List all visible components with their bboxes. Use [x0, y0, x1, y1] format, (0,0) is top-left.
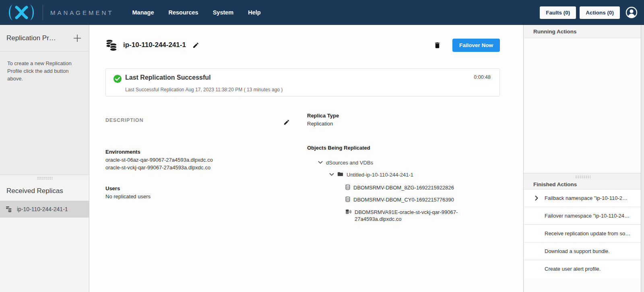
- status-subtitle: Last Successful Replication Aug 17, 2023…: [125, 87, 283, 93]
- finished-action-row[interactable]: Create user alert profile.: [524, 260, 642, 278]
- users-block: Users No replicated users: [105, 185, 291, 201]
- tree-leaf-label: DBOMSRMV-DBOM_8ZG-1692215922826: [353, 184, 454, 191]
- tree-leaf-label: DBOMSRMV-DBOM_CY0-1692215776390: [353, 196, 454, 204]
- description-header: DESCRIPTION: [105, 117, 291, 127]
- actions-button[interactable]: Actions (0): [580, 6, 620, 19]
- finished-action-label: Create user alert profile.: [545, 266, 601, 272]
- replication-status-card: Last Replication Successful Last Success…: [105, 68, 500, 97]
- environment-item: oracle-st-vckj-qar-99067-27a4593a.dlpxdc…: [105, 164, 291, 172]
- actions-sidebar: Running Actions Finished Actions Failbac…: [523, 25, 642, 292]
- plus-icon: [73, 34, 82, 43]
- replication-profiles-sidebar: Replication Pr… To create a new Replicat…: [0, 25, 89, 292]
- replica-database-icon: [5, 206, 12, 213]
- replica-title-row: ip-10-110-244-241-1 Failover Now: [105, 38, 500, 52]
- page-scrollbar[interactable]: [641, 25, 644, 292]
- objects-replicated-block: Objects Being Replicated dSources and VD…: [307, 145, 472, 223]
- finished-action-row[interactable]: Download a support bundle.: [524, 243, 642, 260]
- navbar-divider: [43, 5, 43, 20]
- user-avatar-icon[interactable]: [625, 6, 638, 19]
- delphix-logo[interactable]: [0, 4, 37, 21]
- received-replicas-section: Received Replicas ip-10-110-244-241-1: [0, 180, 89, 292]
- environment-item: oracle-st-06az-qar-99067-27a4593a.dlpxdc…: [105, 156, 291, 164]
- finished-action-label: Failover namespace "ip-10-110-24…: [545, 213, 630, 219]
- finished-action-label: Failback namespace "ip-10-110-2…: [545, 195, 627, 201]
- environments-block: Environments oracle-st-06az-qar-99067-27…: [105, 149, 291, 172]
- menu-item-manage[interactable]: Manage: [132, 9, 154, 16]
- faults-button[interactable]: Faults (0): [540, 6, 576, 19]
- folder-icon: [337, 172, 343, 177]
- drag-dots-icon: [37, 177, 52, 179]
- objects-tree: dSources and VDBs Untitled-ip-10-110-244…: [307, 160, 472, 223]
- users-value: No replicated users: [105, 193, 291, 201]
- finished-action-label: Receive replication update from so…: [545, 230, 630, 236]
- tree-node-group[interactable]: Untitled-ip-10-110-244-241-1: [307, 172, 472, 178]
- replication-profiles-title: Replication Pr…: [6, 34, 56, 42]
- app-title: MANAGEMENT: [50, 9, 114, 16]
- edit-description-button[interactable]: [282, 117, 291, 127]
- description-label: DESCRIPTION: [105, 117, 143, 123]
- actions-resize-handle[interactable]: [524, 173, 642, 180]
- replica-detail-panel: ip-10-110-244-241-1 Failover Now Last Re…: [89, 25, 523, 292]
- pencil-icon: [283, 119, 290, 125]
- chevron-down-icon: [318, 161, 323, 164]
- trash-icon: [433, 41, 441, 49]
- delete-replica-button[interactable]: [432, 39, 443, 51]
- stacked-databases-icon: [105, 39, 118, 51]
- chevron-right-icon[interactable]: [535, 195, 545, 201]
- database-broadcast-icon: [345, 209, 351, 215]
- received-replica-item[interactable]: ip-10-110-244-241-1: [0, 201, 89, 218]
- received-replica-label: ip-10-110-244-241-1: [17, 206, 68, 212]
- replica-info-column: Replica Type Replication Objects Being R…: [307, 113, 472, 228]
- environments-label: Environments: [105, 149, 291, 155]
- finished-actions-header: Finished Actions: [524, 180, 642, 189]
- finished-action-row[interactable]: Receive replication update from so…: [524, 225, 642, 243]
- top-navbar: MANAGEMENT Manage Resources System Help …: [0, 0, 644, 25]
- replica-title: ip-10-110-244-241-1: [123, 41, 186, 49]
- database-icon: [345, 196, 350, 202]
- objects-replicated-label: Objects Being Replicated: [307, 145, 472, 151]
- tree-leaf-database: DBOMSRMV-DBOM_8ZG-1692215922826: [307, 184, 472, 191]
- replication-profiles-header: Replication Pr…: [0, 25, 89, 51]
- status-duration: 0:00:48: [474, 74, 491, 80]
- finished-action-row[interactable]: Failback namespace "ip-10-110-2…: [524, 189, 642, 207]
- success-check-icon: [113, 74, 122, 83]
- failover-now-button[interactable]: Failover Now: [452, 39, 500, 52]
- sidebar-resize-handle[interactable]: [0, 175, 89, 181]
- replica-type-label: Replica Type: [307, 113, 472, 119]
- users-label: Users: [105, 185, 291, 191]
- menu-item-help[interactable]: Help: [248, 9, 260, 16]
- menu-item-resources[interactable]: Resources: [169, 9, 198, 16]
- tree-node-label: Untitled-ip-10-110-244-241-1: [347, 172, 413, 178]
- add-profile-help-text: To create a new Replication Profile clic…: [0, 51, 89, 91]
- replica-type-value: Replication: [307, 120, 472, 128]
- drag-dots-icon: [575, 175, 590, 178]
- pencil-icon: [192, 42, 199, 49]
- received-replicas-title: Received Replicas: [0, 180, 89, 201]
- tree-node-label: dSources and VDBs: [326, 160, 373, 166]
- delphix-logo-icon: [6, 4, 37, 21]
- finished-action-row[interactable]: Failover namespace "ip-10-110-24…: [524, 207, 642, 225]
- menu-item-system[interactable]: System: [213, 9, 234, 16]
- description-column: DESCRIPTION Environments oracle-st-06az-…: [105, 117, 291, 201]
- status-title: Last Replication Successful: [125, 74, 211, 81]
- tree-leaf-label: DBOMSRMVA91E-oracle-st-vckj-qar-99067-27…: [355, 209, 462, 223]
- tree-leaf-database-broadcast: DBOMSRMVA91E-oracle-st-vckj-qar-99067-27…: [307, 209, 472, 223]
- replica-type-block: Replica Type Replication: [307, 113, 472, 128]
- add-profile-button[interactable]: [72, 33, 83, 43]
- main-menu: Manage Resources System Help: [132, 9, 261, 16]
- running-actions-header: Running Actions: [524, 25, 642, 38]
- database-icon: [345, 184, 350, 190]
- tree-leaf-database: DBOMSRMV-DBOM_CY0-1692215776390: [307, 196, 472, 204]
- finished-action-label: Download a support bundle.: [545, 248, 610, 254]
- chevron-down-icon: [329, 173, 334, 176]
- edit-title-button[interactable]: [191, 40, 201, 50]
- running-actions-list: [524, 38, 642, 173]
- tree-node-dsources-vdbs[interactable]: dSources and VDBs: [307, 160, 472, 166]
